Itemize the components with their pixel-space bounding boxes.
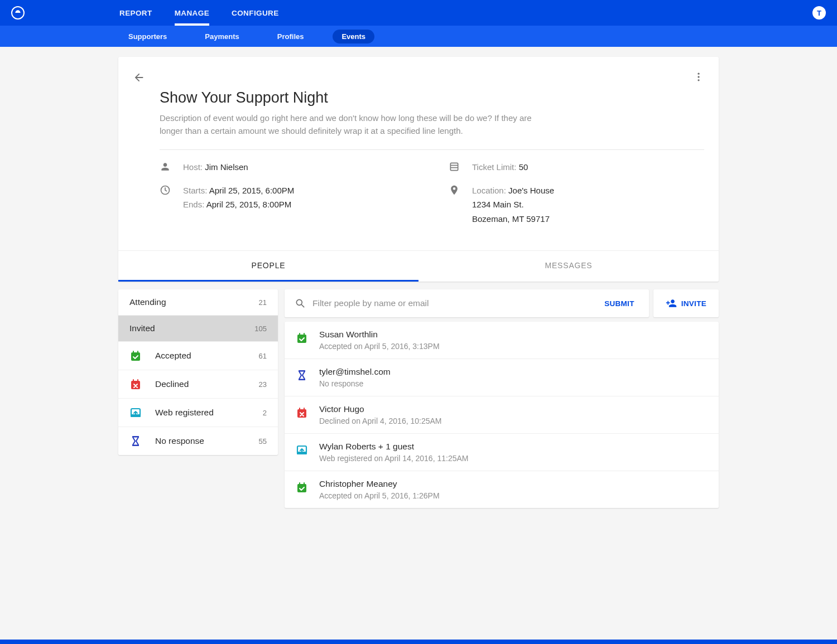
back-button[interactable] (133, 69, 145, 84)
topnav-item-configure[interactable]: CONFIGURE (232, 0, 279, 26)
person-name: Christopher Meaney (319, 479, 440, 489)
event-title: Show Your Support Night (160, 89, 704, 106)
subnav-item-profiles[interactable]: Profiles (268, 30, 313, 43)
ticket-detail: Ticket Limit: 50 (449, 160, 704, 175)
event-tabs: PEOPLEMESSAGES (118, 250, 719, 282)
status-sidebar: Attending21Invited105Accepted61Declined2… (118, 289, 278, 455)
person-icon (160, 160, 171, 172)
divider (160, 149, 704, 150)
sidebar-item-no-response[interactable]: No response55 (118, 427, 278, 455)
logo-icon[interactable] (11, 6, 25, 20)
sidebar-item-declined[interactable]: Declined23 (118, 370, 278, 399)
person-status: No response (319, 379, 391, 388)
svg-point-11 (698, 79, 699, 81)
sidebar-item-accepted[interactable]: Accepted61 (118, 342, 278, 370)
noresponse-icon (129, 435, 142, 447)
web-icon (296, 442, 308, 456)
person-row[interactable]: Victor Hugo Declined on April 4, 2016, 1… (285, 396, 719, 434)
person-name: Victor Hugo (319, 404, 441, 414)
sidebar-item-web-registered[interactable]: Web registered2 (118, 399, 278, 427)
location-detail: Location: Joe's House 1234 Main St. Boze… (449, 183, 704, 226)
sub-nav: SupportersPaymentsProfilesEvents (0, 26, 837, 47)
search-icon (295, 298, 306, 309)
person-status: Declined on April 4, 2016, 10:25AM (319, 417, 441, 425)
event-card: Show Your Support Night Description of e… (118, 57, 719, 282)
person-status: Web registered on April 14, 2016, 11:25A… (319, 454, 468, 463)
tab-people[interactable]: PEOPLE (118, 251, 419, 282)
top-nav: REPORTMANAGECONFIGURE (119, 0, 279, 26)
person-row[interactable]: Wylan Roberts + 1 guest Web registered o… (285, 434, 719, 471)
filter-search-box: SUBMIT (285, 289, 649, 317)
person-row[interactable]: Susan Worthlin Accepted on April 5, 2016… (285, 322, 719, 359)
accepted-icon (296, 479, 308, 493)
person-name: Susan Worthlin (319, 330, 440, 340)
filter-input[interactable] (306, 298, 595, 308)
invite-icon (666, 298, 677, 309)
ticket-icon (449, 160, 460, 172)
topbar: REPORTMANAGECONFIGURE T (0, 0, 837, 26)
more-menu-button[interactable] (693, 69, 704, 83)
bottom-bar (0, 640, 837, 644)
person-row[interactable]: Christopher Meaney Accepted on April 5, … (285, 471, 719, 508)
noresponse-icon (296, 367, 308, 381)
invite-button[interactable]: INVITE (653, 289, 719, 317)
declined-icon (296, 404, 308, 419)
sidebar-item-invited[interactable]: Invited105 (118, 316, 278, 342)
event-description: Description of event would go right here… (160, 112, 550, 137)
topnav-item-manage[interactable]: MANAGE (175, 0, 209, 26)
accepted-icon (296, 330, 308, 344)
clock-icon (160, 183, 171, 196)
person-status: Accepted on April 5, 2016, 1:26PM (319, 491, 440, 500)
svg-point-9 (698, 73, 699, 75)
host-detail: Host: Jim Nielsen (160, 160, 415, 175)
tab-messages[interactable]: MESSAGES (419, 251, 719, 282)
user-avatar[interactable]: T (812, 6, 826, 20)
person-row[interactable]: tyler@timshel.com No response (285, 359, 719, 396)
svg-rect-13 (450, 163, 458, 170)
topnav-item-report[interactable]: REPORT (119, 0, 152, 26)
svg-line-17 (302, 305, 304, 307)
sidebar-item-attending[interactable]: Attending21 (118, 289, 278, 316)
declined-icon (129, 378, 142, 390)
person-name: tyler@timshel.com (319, 367, 391, 377)
people-list: Susan Worthlin Accepted on April 5, 2016… (285, 322, 719, 508)
web-icon (129, 406, 142, 419)
accepted-icon (129, 350, 142, 362)
submit-button[interactable]: SUBMIT (595, 299, 639, 308)
location-icon (449, 183, 460, 196)
subnav-item-supporters[interactable]: Supporters (119, 30, 176, 43)
svg-point-10 (698, 76, 699, 78)
person-name: Wylan Roberts + 1 guest (319, 442, 468, 452)
svg-point-16 (296, 299, 302, 305)
subnav-item-events[interactable]: Events (333, 30, 374, 43)
time-detail: Starts: April 25, 2015, 6:00PM Ends: Apr… (160, 183, 415, 212)
person-status: Accepted on April 5, 2016, 3:13PM (319, 342, 440, 351)
subnav-item-payments[interactable]: Payments (196, 30, 248, 43)
